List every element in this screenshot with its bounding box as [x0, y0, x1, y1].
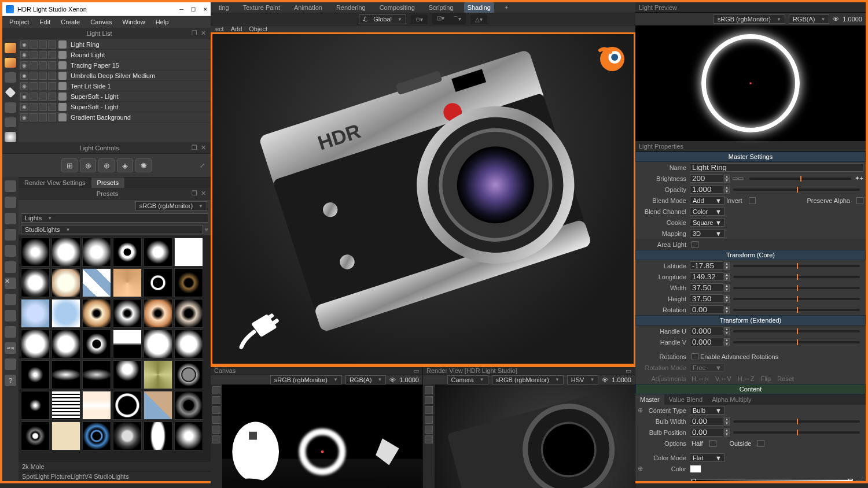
add-icon[interactable]: ✦+	[855, 175, 863, 182]
handlev-input[interactable]	[690, 338, 723, 346]
light-row[interactable]: ◉SuperSoft - Light	[19, 102, 211, 112]
visibility-icon[interactable]: ◉	[20, 103, 28, 111]
nudge-right-button[interactable]: ⊕	[98, 158, 115, 172]
preset-thumb[interactable]	[21, 360, 50, 389]
gear-tool-icon[interactable]	[5, 102, 16, 113]
scale-button[interactable]: ✺	[135, 158, 152, 172]
transform-seg[interactable]: ⊙▾	[411, 14, 428, 24]
preset-thumb[interactable]	[144, 422, 172, 450]
bulbwidth-slider[interactable]	[733, 420, 860, 423]
lock-icon[interactable]	[39, 72, 47, 80]
preset-thumb[interactable]	[21, 238, 50, 267]
preset-thumb[interactable]	[82, 330, 111, 358]
content-header[interactable]: Content	[635, 384, 866, 394]
gear-icon[interactable]	[5, 310, 16, 321]
workspace-tab[interactable]: Rendering	[333, 2, 369, 13]
solo-icon[interactable]	[30, 103, 38, 111]
outside-checkbox[interactable]	[757, 440, 764, 447]
workspace-tab[interactable]: Scripting	[425, 2, 457, 13]
canvas-colorspace-dropdown[interactable]: sRGB (rgbMonitor)▼	[270, 375, 342, 385]
color-swatch[interactable]	[690, 465, 701, 473]
preview-channels-dropdown[interactable]: RGB(A)▼	[789, 14, 829, 24]
preset-thumb[interactable]	[144, 238, 172, 267]
visibility-icon[interactable]: ◉	[20, 82, 28, 90]
preserve-alpha-checkbox[interactable]	[856, 197, 863, 204]
menu-window[interactable]: Window	[118, 17, 150, 27]
preset-thumb[interactable]	[52, 422, 80, 450]
solo-icon[interactable]	[30, 40, 38, 49]
preset-thumb[interactable]	[21, 299, 50, 328]
preset-thumb[interactable]	[52, 391, 80, 420]
extra-icon[interactable]	[48, 61, 56, 69]
close-panel-icon[interactable]: ✕	[201, 144, 206, 151]
preset-thumb[interactable]	[174, 422, 203, 450]
nudge-left-button[interactable]: ⊞	[61, 158, 78, 172]
content-tab-valueblend[interactable]: Value Blend	[664, 394, 708, 405]
curve-tool-icon[interactable]	[5, 117, 16, 128]
preset-thumb[interactable]	[52, 268, 80, 297]
lock-icon[interactable]	[39, 93, 47, 101]
invert-checkbox[interactable]	[749, 197, 756, 204]
preset-thumb[interactable]	[144, 391, 172, 420]
workspace-tab[interactable]: ting	[215, 2, 233, 13]
tool-icon[interactable]	[212, 386, 220, 394]
preset-thumb[interactable]	[82, 360, 111, 389]
extra-icon[interactable]	[48, 72, 56, 80]
rv-channels-dropdown[interactable]: HSV▼	[567, 375, 599, 385]
light-row[interactable]: ◉Gradient Background	[19, 112, 211, 123]
close-button[interactable]: ✕	[203, 5, 207, 13]
mapping-dropdown[interactable]: 3D▼	[690, 229, 724, 238]
handleu-slider[interactable]	[733, 330, 860, 332]
width-input[interactable]	[690, 283, 723, 292]
menu-canvas[interactable]: Canvas	[86, 17, 116, 27]
workspace-tab[interactable]: Animation	[290, 2, 326, 13]
visibility-icon[interactable]: ◉	[20, 40, 28, 49]
lock-icon[interactable]	[39, 61, 47, 69]
preset-thumb[interactable]	[113, 330, 142, 358]
preset-thumb[interactable]	[52, 238, 80, 267]
preset-thumb[interactable]	[174, 330, 203, 358]
longitude-slider[interactable]	[733, 276, 860, 278]
alpha-ramp-gradient[interactable]	[692, 479, 852, 482]
presets-tab[interactable]: Presets	[91, 178, 124, 188]
preset-thumb[interactable]	[144, 360, 172, 389]
lock-icon[interactable]	[39, 103, 47, 111]
canvas-view[interactable]	[222, 385, 422, 488]
tool-icon[interactable]	[5, 72, 16, 83]
height-input[interactable]	[690, 294, 723, 303]
blendmode-dropdown[interactable]: Add▼	[690, 196, 724, 205]
lights-dropdown[interactable]: Lights▼	[21, 213, 208, 223]
popout-icon[interactable]: ❐	[192, 144, 197, 151]
render-viewport[interactable]: HDR	[211, 32, 635, 365]
preset-thumb[interactable]	[113, 268, 142, 297]
close-panel-icon[interactable]: ✕	[201, 29, 206, 37]
blendchannel-dropdown[interactable]: Color▼	[690, 207, 724, 216]
solo-icon[interactable]	[30, 72, 38, 80]
tool-icon[interactable]	[212, 426, 220, 434]
transform-ext-header[interactable]: Transform (Extended)	[635, 315, 866, 326]
visibility-icon[interactable]: ◉	[20, 61, 28, 69]
gear-icon[interactable]	[5, 261, 16, 273]
nudge-center-button[interactable]: ⊕	[80, 158, 96, 172]
preset-thumb[interactable]	[174, 299, 203, 328]
preview-colorspace-dropdown[interactable]: sRGB (rgbMonitor)▼	[713, 14, 785, 24]
preset-thumb[interactable]	[174, 360, 203, 389]
studiolights-dropdown[interactable]: StudioLights▼	[21, 225, 203, 234]
menu-create[interactable]: Create	[56, 17, 84, 27]
tool-icon[interactable]	[212, 406, 220, 414]
opacity-input[interactable]	[690, 185, 723, 194]
heart-icon[interactable]: ♥	[204, 226, 208, 233]
visibility-icon[interactable]: ◉	[20, 93, 28, 101]
preset-thumb[interactable]	[174, 268, 203, 297]
lock-icon[interactable]	[39, 82, 47, 90]
advrot-checkbox[interactable]	[692, 353, 698, 360]
preset-thumb[interactable]	[144, 299, 172, 328]
preset-thumb[interactable]	[82, 238, 111, 267]
cookie-dropdown[interactable]: Square▼	[690, 218, 724, 227]
eye-icon[interactable]: 👁	[833, 16, 839, 23]
extra-icon[interactable]	[48, 51, 56, 59]
ramp-toggle[interactable]	[856, 480, 863, 482]
pivot-seg[interactable]: △▾	[470, 14, 487, 24]
hdr2-icon[interactable]	[5, 358, 16, 370]
close-panel-icon[interactable]: ✕	[201, 190, 206, 197]
